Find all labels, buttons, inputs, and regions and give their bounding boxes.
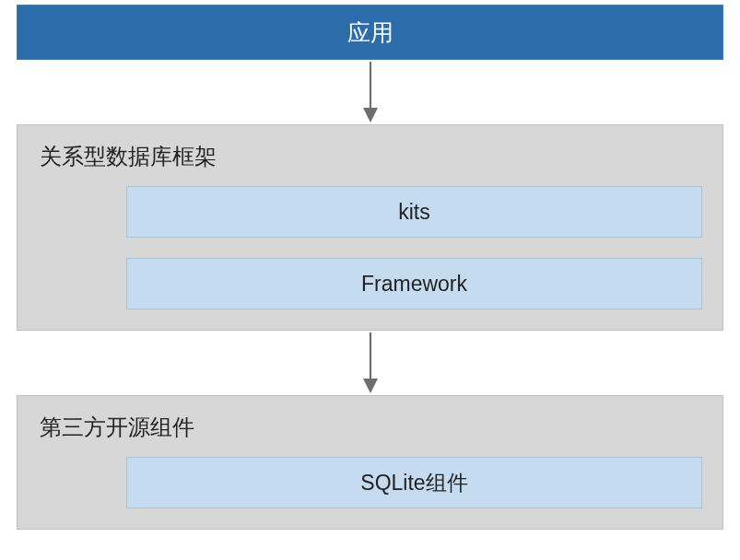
rdb-framework-title: 关系型数据库框架 xyxy=(38,142,702,171)
kits-box: kits xyxy=(126,186,702,238)
third-party-box: 第三方开源组件 SQLite组件 xyxy=(17,395,723,530)
kits-label: kits xyxy=(398,200,430,224)
rdb-framework-box: 关系型数据库框架 kits Framework xyxy=(17,124,723,331)
application-box: 应用 xyxy=(17,5,723,60)
arrow-down-icon xyxy=(357,331,384,395)
arrow-2-wrap xyxy=(17,331,723,395)
sqlite-label: SQLite组件 xyxy=(360,471,467,495)
svg-marker-1 xyxy=(363,108,378,122)
arrow-1-wrap xyxy=(17,60,723,124)
diagram-container: 应用 关系型数据库框架 kits Framework 第三方开源组件 SQLit… xyxy=(0,0,740,534)
framework-label: Framework xyxy=(361,272,467,296)
arrow-down-icon xyxy=(357,60,384,124)
sqlite-box: SQLite组件 xyxy=(126,457,702,508)
framework-box: Framework xyxy=(126,258,702,309)
third-party-title: 第三方开源组件 xyxy=(38,413,702,442)
application-label: 应用 xyxy=(347,19,393,45)
svg-marker-3 xyxy=(363,379,378,393)
